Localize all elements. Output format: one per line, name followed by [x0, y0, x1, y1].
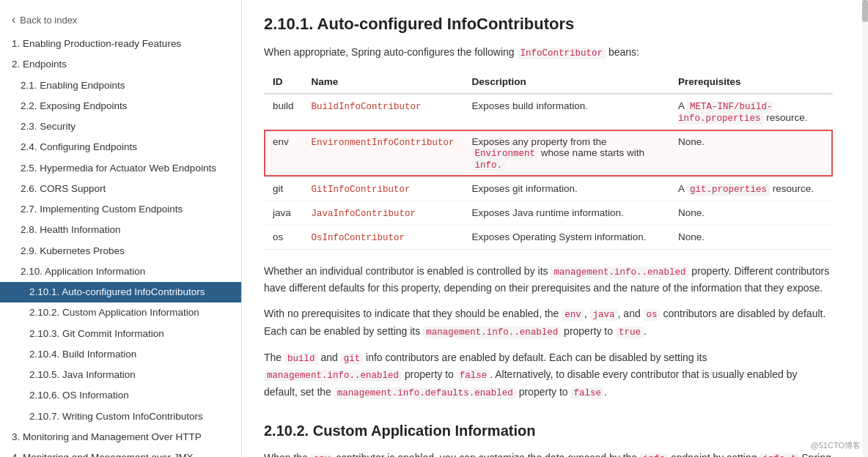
sidebar-item-item-2-10-6[interactable]: 2.10.6. OS Information [0, 385, 241, 406]
watermark: @51CTO博客 [811, 440, 861, 451]
cell-prerequisites: None. [669, 225, 833, 249]
sidebar-item-item-2-10[interactable]: 2.10. Application Information [0, 261, 241, 282]
para2-code5: true [616, 327, 644, 338]
sidebar-item-item-2-10-4[interactable]: 2.10.4. Build Information [0, 344, 241, 365]
sidebar-item-item-2-9[interactable]: 2.9. Kubernetes Probes [0, 241, 241, 261]
contributor-link[interactable]: GitInfoContributor [312, 185, 411, 195]
contributor-link[interactable]: BuildInfoContributor [312, 102, 422, 112]
cell-name: GitInfoContributor [303, 177, 463, 201]
cell-description: Exposes Java runtime information. [463, 201, 669, 225]
para3-code6: false [570, 387, 604, 399]
s2-code3: info.* [760, 453, 798, 457]
section2-title: 2.10.2. Custom Application Information [264, 423, 833, 439]
para1: Whether an individual contributor is ena… [264, 263, 833, 297]
col-id: ID [264, 70, 303, 94]
nav-list: 1. Enabling Production-ready Features2. … [0, 34, 241, 457]
para3: The build and git info contributors are … [264, 349, 833, 401]
para2-code3: os [644, 309, 661, 321]
sidebar-item-item-2-6[interactable]: 2.6. CORS Support [0, 179, 241, 199]
scrollbar-thumb[interactable] [862, 0, 868, 22]
sidebar-item-item-2-10-1[interactable]: 2.10.1. Auto-configured InfoContributors [0, 282, 241, 302]
table-header-row: ID Name Description Prerequisites [264, 70, 833, 94]
table-row: osOsInfoContributorExposes Operating Sys… [264, 225, 833, 249]
cell-description: Exposes build information. [463, 94, 669, 130]
info-contributors-table: ID Name Description Prerequisites buildB… [264, 70, 833, 250]
cell-description: Exposes any property from the Environmen… [463, 130, 669, 177]
para3-code5: management.info.defaults.enabled [334, 387, 516, 399]
sidebar-item-item-2-8[interactable]: 2.8. Health Information [0, 220, 241, 240]
para1-code: management.info..enabled [551, 267, 688, 278]
table-row: buildBuildInfoContributorExposes build i… [264, 94, 833, 130]
col-name: Name [303, 70, 463, 94]
sidebar-item-item-2-7[interactable]: 2.7. Implementing Custom Endpoints [0, 199, 241, 220]
sidebar-item-item-2-2[interactable]: 2.2. Exposing Endpoints [0, 96, 241, 116]
main-scrollbar[interactable] [862, 0, 868, 457]
contributor-link[interactable]: EnvironmentInfoContributor [312, 138, 455, 148]
col-description: Description [463, 70, 669, 94]
para2: With no prerequisites to indicate that t… [264, 305, 833, 340]
table-header: ID Name Description Prerequisites [264, 70, 833, 94]
sidebar-item-item-2[interactable]: 2. Endpoints [0, 54, 241, 75]
cell-prerequisites: A META-INF/build-info.properties resourc… [669, 94, 833, 130]
table-row: envEnvironmentInfoContributorExposes any… [264, 130, 833, 177]
table-row: javaJavaInfoContributorExposes Java runt… [264, 201, 833, 225]
back-to-index-link[interactable]: Back to index [0, 9, 241, 34]
cell-id: java [264, 201, 303, 225]
s2-code2: info [640, 453, 668, 457]
prereq-code: META-INF/build-info.properties [678, 101, 773, 125]
sidebar-item-item-2-5[interactable]: 2.5. Hypermedia for Actuator Web Endpoin… [0, 158, 241, 179]
para2-code2: java [590, 309, 618, 321]
cell-id: env [264, 130, 303, 177]
sidebar-item-item-2-10-3[interactable]: 2.10.3. Git Commit Information [0, 324, 241, 344]
table-row: gitGitInfoContributorExposes git informa… [264, 177, 833, 201]
contributor-link[interactable]: OsInfoContributor [312, 233, 405, 243]
sidebar-item-item-2-10-2[interactable]: 2.10.2. Custom Application Information [0, 302, 241, 323]
cell-prerequisites: None. [669, 201, 833, 225]
para3-code2: git [341, 353, 364, 365]
table-body: buildBuildInfoContributorExposes build i… [264, 94, 833, 250]
intro-text: When appropriate, Spring auto-configures… [264, 46, 515, 58]
para2-code4: management.info..enabled [423, 327, 561, 338]
cell-prerequisites: None. [669, 130, 833, 177]
sidebar: Back to index 1. Enabling Production-rea… [0, 0, 242, 457]
section2-intro: When the env contributor is enabled, you… [264, 450, 833, 457]
cell-description: Exposes Operating System information. [463, 225, 669, 249]
desc-code2: info. [472, 160, 506, 171]
sidebar-item-item-2-3[interactable]: 2.3. Security [0, 116, 241, 137]
cell-name: BuildInfoContributor [303, 94, 463, 130]
sidebar-item-item-1[interactable]: 1. Enabling Production-ready Features [0, 34, 241, 54]
sidebar-item-item-3[interactable]: 3. Monitoring and Management Over HTTP [0, 427, 241, 447]
cell-prerequisites: A git.properties resource. [669, 177, 833, 201]
cell-name: EnvironmentInfoContributor [303, 130, 463, 177]
section1-title: 2.10.1. Auto-configured InfoContributors [264, 15, 833, 34]
para3-code3: management.info..enabled [264, 370, 402, 382]
sidebar-item-item-2-10-5[interactable]: 2.10.5. Java Information [0, 365, 241, 385]
intro-text2: beans: [608, 46, 639, 58]
para3-code4: false [457, 370, 490, 382]
sidebar-item-item-2-4[interactable]: 2.4. Configuring Endpoints [0, 137, 241, 157]
intro-paragraph: When appropriate, Spring auto-configures… [264, 44, 833, 62]
cell-id: build [264, 94, 303, 130]
cell-name: JavaInfoContributor [303, 201, 463, 225]
sidebar-item-item-2-1[interactable]: 2.1. Enabling Endpoints [0, 75, 241, 96]
para2-code1: env [562, 309, 584, 321]
cell-name: OsInfoContributor [303, 225, 463, 249]
intro-code: InfoContributor [518, 48, 606, 59]
s2-code1: env [311, 453, 334, 457]
cell-id: git [264, 177, 303, 201]
cell-id: os [264, 225, 303, 249]
sidebar-item-item-4[interactable]: 4. Monitoring and Management over JMX [0, 447, 241, 457]
contributor-link[interactable]: JavaInfoContributor [312, 209, 416, 219]
desc-code: Environment [472, 148, 539, 160]
para3-code1: build [284, 353, 318, 365]
sidebar-item-item-2-10-7[interactable]: 2.10.7. Writing Custom InfoContributors [0, 406, 241, 427]
main-content: 2.10.1. Auto-configured InfoContributors… [242, 0, 862, 457]
col-prerequisites: Prerequisites [669, 70, 833, 94]
cell-description: Exposes git information. [463, 177, 669, 201]
prereq-code: git.properties [687, 184, 770, 196]
